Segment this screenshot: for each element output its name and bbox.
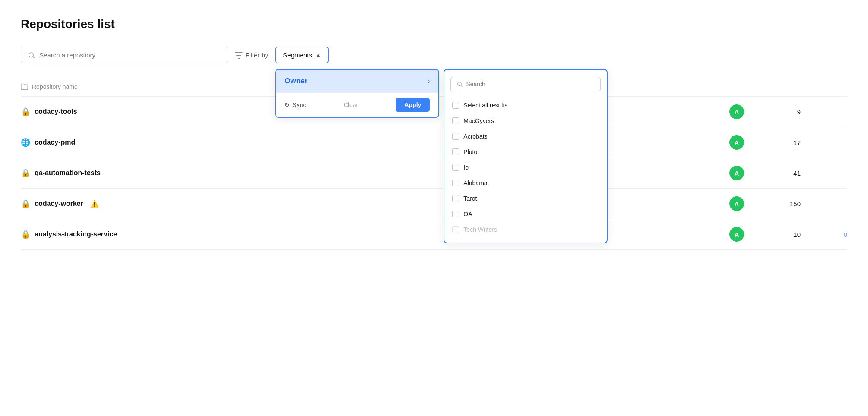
sync-button[interactable]: ↻ Sync [285, 101, 306, 108]
select-all-checkbox[interactable] [452, 102, 459, 109]
repo-name[interactable]: codacy-pmd [35, 139, 75, 146]
table-row: 🔒 codacy-worker ⚠️ A 150 [21, 189, 847, 219]
select-all-item[interactable]: Select all results [444, 98, 607, 113]
lock-icon: 🔒 [21, 107, 30, 117]
segments-filter-wrapper: Segments ▲ Owner › ↻ Sync Clear Apply [275, 47, 328, 63]
lock-icon: 🔒 [21, 199, 30, 208]
svg-line-1 [33, 57, 34, 58]
repo-avatar-cell: A [719, 135, 754, 150]
panel-search-box[interactable] [450, 77, 601, 91]
item-checkbox-7[interactable] [452, 226, 459, 233]
panel-search-icon [457, 81, 463, 87]
list-item[interactable]: MacGyvers [444, 113, 607, 129]
repo-avatar-cell: A [719, 196, 754, 211]
repo-issues: 41 [757, 170, 801, 177]
table-row: 🔒 qa-automation-tests A 41 [21, 158, 847, 189]
filter-icon [235, 52, 243, 59]
repo-avatar-cell: A [719, 104, 754, 119]
item-checkbox-1[interactable] [452, 133, 459, 140]
warning-icon: ⚠️ [90, 200, 99, 208]
repo-issues: 17 [757, 139, 801, 146]
dropdown-owner-label: Owner [285, 77, 307, 85]
list-item[interactable]: Acrobats [444, 129, 607, 144]
lock-icon: 🔒 [21, 168, 30, 178]
table-row: 🔒 analysis-tracking-service A 10 0 [21, 219, 847, 250]
item-label-4: Alabama [463, 180, 487, 186]
item-label-3: Io [463, 164, 469, 171]
repo-name-cell: 🌐 codacy-pmd [21, 138, 716, 147]
segments-filter-button[interactable]: Segments ▲ [275, 47, 328, 63]
segments-dropdown: Owner › ↻ Sync Clear Apply [275, 69, 439, 118]
repo-grade: 0 [804, 231, 847, 238]
repo-name-cell: 🔒 analysis-tracking-service [21, 230, 716, 239]
search-icon [28, 52, 35, 59]
repo-name-cell: 🔒 qa-automation-tests [21, 168, 716, 178]
lock-icon: 🔒 [21, 230, 30, 239]
avatar: A [729, 104, 744, 119]
list-item: Tech Writers [444, 222, 607, 237]
item-checkbox-0[interactable] [452, 117, 459, 124]
globe-icon: 🌐 [21, 138, 30, 147]
repo-issues: 150 [757, 200, 801, 208]
toolbar: Filter by Segments ▲ Owner › ↻ Sync Clea… [21, 47, 847, 63]
item-label-5: Tarot [463, 195, 477, 202]
folder-icon [21, 83, 29, 90]
panel-search-input[interactable] [466, 81, 594, 88]
apply-button[interactable]: Apply [396, 98, 430, 112]
item-label-7: Tech Writers [463, 226, 497, 233]
repo-name-cell: 🔒 codacy-worker ⚠️ [21, 199, 716, 208]
item-label-6: QA [463, 211, 472, 217]
clear-button[interactable]: Clear [344, 101, 358, 108]
item-label-1: Acrobats [463, 133, 487, 140]
repo-avatar-cell: A [719, 166, 754, 180]
dropdown-footer: ↻ Sync Clear Apply [276, 92, 438, 117]
list-item[interactable]: Pluto [444, 144, 607, 160]
dropdown-arrow-icon: › [428, 78, 430, 85]
repo-avatar-cell: A [719, 227, 754, 242]
item-label-2: Pluto [463, 148, 477, 155]
sync-icon: ↻ [285, 101, 290, 108]
list-item[interactable]: Alabama [444, 175, 607, 191]
page: Repositories list Filter by Segments ▲ [0, 0, 868, 416]
dropdown-owner-row[interactable]: Owner › [276, 70, 438, 92]
avatar: A [729, 196, 744, 211]
item-checkbox-5[interactable] [452, 195, 459, 202]
item-label-0: MacGyvers [463, 117, 494, 124]
list-item[interactable]: QA [444, 206, 607, 222]
svg-line-3 [461, 85, 462, 87]
repo-name[interactable]: codacy-worker [35, 200, 83, 208]
list-item[interactable]: Tarot [444, 191, 607, 206]
search-results-panel: Select all results MacGyvers Acrobats Pl… [444, 69, 608, 243]
repo-issues: 10 [757, 231, 801, 238]
avatar: A [729, 135, 744, 150]
chevron-up-icon: ▲ [316, 52, 321, 58]
avatar: A [729, 166, 744, 180]
select-all-label: Select all results [463, 102, 507, 109]
page-title: Repositories list [21, 17, 847, 31]
repo-search-box[interactable] [21, 47, 228, 63]
repo-issues: 9 [757, 108, 801, 116]
repo-name[interactable]: codacy-tools [35, 108, 77, 116]
list-item[interactable]: Io [444, 160, 607, 175]
item-checkbox-3[interactable] [452, 164, 459, 171]
search-input[interactable] [39, 51, 221, 59]
item-checkbox-6[interactable] [452, 211, 459, 217]
item-checkbox-2[interactable] [452, 148, 459, 155]
avatar: A [729, 227, 744, 242]
repo-name[interactable]: qa-automation-tests [35, 169, 101, 177]
filter-label: Filter by [235, 51, 268, 59]
repo-name[interactable]: analysis-tracking-service [35, 230, 117, 238]
table-row: 🌐 codacy-pmd A 17 [21, 127, 847, 158]
item-checkbox-4[interactable] [452, 180, 459, 186]
